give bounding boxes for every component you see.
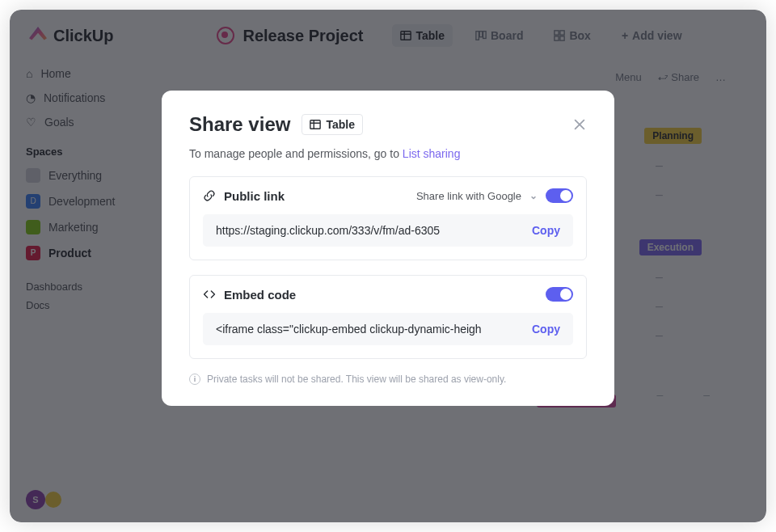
chevron-down-icon[interactable]: ⌄ — [529, 190, 538, 201]
share-view-modal: Share view Table To manage people and pe… — [162, 91, 614, 406]
public-link-field: https://staging.clickup.com/333/v/fm/ad-… — [203, 214, 573, 247]
embed-code-heading: Embed code — [224, 288, 296, 302]
public-link-heading: Public link — [224, 189, 285, 203]
table-icon — [310, 119, 321, 130]
embed-code-field: <iframe class="clickup-embed clickup-dyn… — [203, 313, 573, 345]
share-google-label: Share link with Google — [416, 190, 521, 202]
app-window: ClickUp Release Project Table Board Box … — [10, 10, 766, 522]
code-icon — [203, 288, 216, 301]
modal-subtext: To manage people and permissions, go to … — [189, 147, 587, 160]
copy-embed-code-button[interactable]: Copy — [532, 323, 560, 336]
public-link-url[interactable]: https://staging.clickup.com/333/v/fm/ad-… — [216, 224, 522, 237]
embed-code-toggle[interactable] — [546, 287, 573, 302]
link-icon — [203, 189, 216, 202]
close-button[interactable] — [572, 117, 587, 132]
copy-public-link-button[interactable]: Copy — [532, 224, 560, 237]
embed-code-panel: Embed code <iframe class="clickup-embed … — [189, 275, 587, 359]
modal-footer-note: i Private tasks will not be shared. This… — [189, 374, 587, 385]
close-icon — [572, 117, 587, 132]
modal-view-badge: Table — [302, 114, 363, 135]
public-link-toggle[interactable] — [546, 188, 573, 203]
embed-code-text[interactable]: <iframe class="clickup-embed clickup-dyn… — [216, 323, 522, 336]
svg-rect-10 — [310, 120, 320, 129]
list-sharing-link[interactable]: List sharing — [403, 147, 461, 160]
modal-overlay: Share view Table To manage people and pe… — [10, 10, 766, 522]
modal-title: Share view — [189, 113, 290, 136]
info-icon: i — [189, 374, 200, 385]
public-link-panel: Public link Share link with Google ⌄ htt… — [189, 176, 587, 260]
